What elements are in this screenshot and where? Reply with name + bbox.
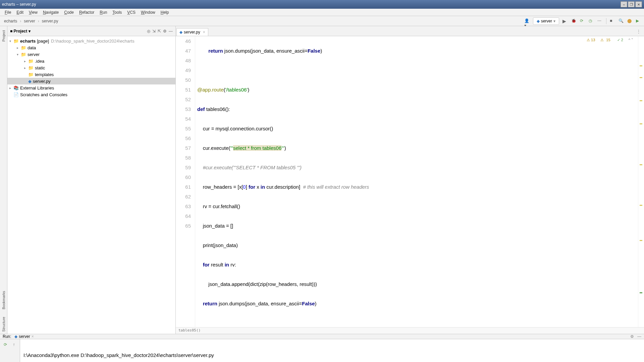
settings-button[interactable]: ⬤ bbox=[627, 18, 633, 24]
run-header: Run: ◆ server × ⚙ — bbox=[0, 334, 644, 339]
tree-external-libs[interactable]: ▸📚External Libraries bbox=[7, 84, 175, 91]
project-tool-window: ■ Project ▾ ◎ ⇲ ⇱ ⚙ — ▾📁 echarts [page] … bbox=[7, 26, 176, 334]
left-tool-strip: Project Bookmarks Structure bbox=[0, 26, 7, 334]
inspection-badges[interactable]: 13 ⚠ 15 2 ^ ˅ bbox=[585, 38, 635, 43]
crumb-project[interactable]: echarts bbox=[3, 18, 18, 24]
run-config-label: server bbox=[541, 19, 552, 23]
python-icon: ◆ bbox=[537, 19, 540, 23]
bookmarks-tool-button[interactable]: Bookmarks bbox=[1, 289, 6, 311]
chevron-down-icon: ▾ bbox=[553, 19, 555, 23]
run-side-toolbar: ⟳ ↑ ■ ↓ ↲ ⤓ 🖶 🗑 bbox=[0, 339, 20, 362]
typo-badge[interactable]: 2 bbox=[616, 38, 625, 43]
crumb-file[interactable]: server.py bbox=[41, 18, 60, 24]
collapse-all-icon[interactable]: ⇱ bbox=[158, 29, 161, 34]
warnings-badge[interactable]: 13 bbox=[585, 38, 596, 43]
editor-tab-serverpy[interactable]: ◆ server.py × bbox=[176, 28, 208, 36]
run-coverage-button[interactable]: ⟳ bbox=[580, 18, 585, 24]
menu-vcs[interactable]: VCS bbox=[124, 9, 138, 15]
breadcrumb: echarts › server › server.py bbox=[3, 18, 59, 24]
output-line: I:\Anaconda3\python.exe D:\hadoop_spark_… bbox=[23, 351, 641, 360]
run-button[interactable]: ▶ bbox=[562, 18, 568, 24]
chevron-right-icon: › bbox=[20, 19, 21, 23]
project-header: ■ Project ▾ ◎ ⇲ ⇱ ⚙ — bbox=[7, 26, 175, 36]
code-body[interactable]: return json.dumps(json_data, ensure_asci… bbox=[195, 36, 638, 327]
navigation-bar: echarts › server › server.py 👤▾ ◆ server… bbox=[0, 16, 644, 26]
close-button[interactable]: ✕ bbox=[635, 1, 642, 7]
run-settings-icon[interactable]: ⚙ bbox=[630, 334, 634, 339]
tree-data[interactable]: ▸📁data bbox=[7, 44, 175, 51]
tree-root[interactable]: ▾📁 echarts [page] D:\hadoop_spark_hive_d… bbox=[7, 38, 175, 44]
editor-tabs: ◆ server.py × ⋮ bbox=[176, 26, 644, 36]
menu-run[interactable]: Run bbox=[97, 9, 110, 15]
tree-server[interactable]: ▾📁server bbox=[7, 51, 175, 58]
menu-help[interactable]: Help bbox=[158, 9, 172, 15]
hide-run-icon[interactable]: — bbox=[637, 334, 641, 339]
error-stripe[interactable] bbox=[638, 36, 644, 327]
window-controls: ‒ ❐ ✕ bbox=[621, 1, 642, 7]
run-anything-button[interactable]: ▶ bbox=[636, 18, 641, 24]
run-body: ⟳ ↑ ■ ↓ ↲ ⤓ 🖶 🗑 I:\Anaconda3\python.exe … bbox=[0, 339, 644, 362]
project-title: ■ Project ▾ bbox=[10, 29, 31, 34]
menu-tools[interactable]: Tools bbox=[110, 9, 124, 15]
editor-breadcrumb[interactable]: tables05() bbox=[176, 327, 644, 334]
code-editor[interactable]: 4647484950515253545556575859606162636465… bbox=[176, 36, 644, 327]
more-run-icon[interactable]: ⋯ bbox=[597, 18, 603, 24]
tab-label: server.py bbox=[184, 30, 200, 35]
menu-navigate[interactable]: Navigate bbox=[40, 9, 61, 15]
editor-area: ◆ server.py × ⋮ 13 ⚠ 15 2 ^ ˅ 4647484950… bbox=[176, 26, 644, 334]
select-opened-file-icon[interactable]: ◎ bbox=[147, 29, 150, 34]
menu-refactor[interactable]: Refactor bbox=[76, 9, 97, 15]
run-label: Run: bbox=[3, 334, 11, 339]
up-button[interactable]: ↑ bbox=[11, 341, 17, 348]
menu-edit[interactable]: Edit bbox=[14, 9, 26, 15]
tree-templates[interactable]: 📁templates bbox=[7, 71, 175, 78]
tree-idea[interactable]: ▸📁.idea bbox=[7, 58, 175, 64]
debug-button[interactable]: 🐞 bbox=[571, 18, 577, 24]
python-icon: ◆ bbox=[14, 334, 17, 339]
tree-scratches[interactable]: 📄Scratches and Consoles bbox=[7, 91, 175, 98]
structure-tool-button[interactable]: Structure bbox=[1, 315, 6, 334]
menu-code[interactable]: Code bbox=[61, 9, 76, 15]
menu-view[interactable]: View bbox=[26, 9, 40, 15]
project-tree[interactable]: ▾📁 echarts [page] D:\hadoop_spark_hive_d… bbox=[7, 36, 175, 99]
editor-more-icon[interactable]: ⋮ bbox=[633, 27, 644, 36]
chevron-right-icon: › bbox=[38, 19, 39, 23]
run-tab[interactable]: ◆ server × bbox=[14, 334, 34, 339]
crumb-folder[interactable]: server bbox=[22, 18, 36, 24]
project-header-actions: ◎ ⇲ ⇱ ⚙ — bbox=[147, 29, 173, 34]
weak-warnings-badge[interactable]: ⚠ 15 bbox=[599, 38, 613, 43]
close-tab-icon[interactable]: × bbox=[203, 30, 205, 35]
close-run-tab-icon[interactable]: × bbox=[32, 334, 34, 339]
rerun-button[interactable]: ⟳ bbox=[2, 341, 9, 348]
line-gutter: 4647484950515253545556575859606162636465 bbox=[176, 36, 195, 327]
maximize-button[interactable]: ❐ bbox=[628, 1, 635, 7]
window-title: echarts – server.py bbox=[2, 2, 36, 7]
main-menu: File Edit View Navigate Code Refactor Ru… bbox=[0, 9, 644, 16]
user-icon[interactable]: 👤▾ bbox=[524, 18, 530, 24]
expand-inspections-icon[interactable]: ^ ˅ bbox=[627, 38, 635, 43]
expand-all-icon[interactable]: ⇲ bbox=[152, 29, 156, 34]
hide-icon[interactable]: — bbox=[169, 29, 173, 34]
minimize-button[interactable]: ‒ bbox=[621, 1, 627, 7]
search-everywhere-button[interactable]: 🔍 bbox=[619, 18, 624, 24]
main-content: Project Bookmarks Structure ■ Project ▾ … bbox=[0, 26, 644, 334]
stop-button[interactable]: ■ bbox=[610, 18, 615, 24]
menu-window[interactable]: Window bbox=[138, 9, 158, 15]
tree-serverpy[interactable]: ◆server.py bbox=[7, 78, 175, 84]
project-tool-button[interactable]: Project bbox=[1, 28, 6, 44]
profile-button[interactable]: ◷ bbox=[589, 18, 594, 24]
menu-file[interactable]: File bbox=[2, 9, 14, 15]
tree-static[interactable]: ▸📁static bbox=[7, 64, 175, 71]
run-toolbar: 👤▾ ◆ server ▾ ▶ 🐞 ⟳ ◷ ⋯ ■ 🔍 ⬤ ▶ bbox=[524, 17, 641, 25]
run-tool-window: Run: ◆ server × ⚙ — ⟳ ↑ ■ ↓ ↲ ⤓ 🖶 🗑 I:\A… bbox=[0, 334, 644, 362]
window-titlebar: echarts – server.py ‒ ❐ ✕ bbox=[0, 0, 644, 9]
python-icon: ◆ bbox=[179, 30, 182, 35]
run-output[interactable]: I:\Anaconda3\python.exe D:\hadoop_spark_… bbox=[20, 339, 644, 362]
run-config-selector[interactable]: ◆ server ▾ bbox=[533, 17, 559, 25]
gear-icon[interactable]: ⚙ bbox=[163, 29, 167, 34]
